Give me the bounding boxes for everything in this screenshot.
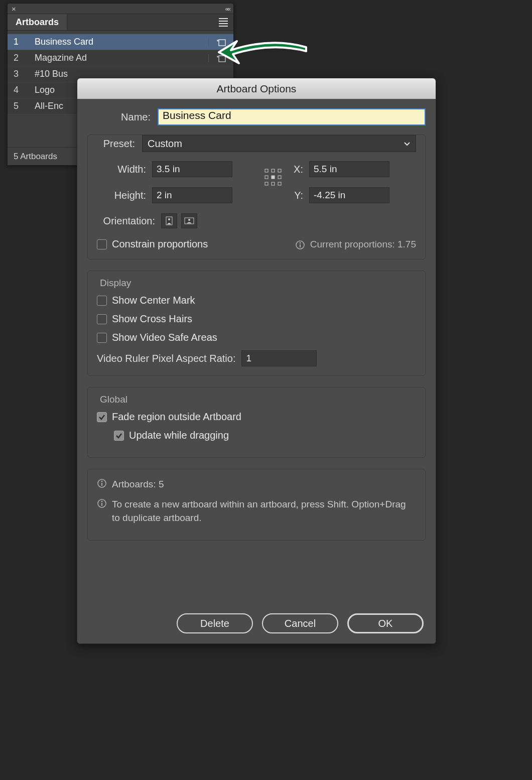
preset-value: Custom bbox=[148, 138, 182, 150]
dialog-button-bar: Delete Cancel OK bbox=[77, 613, 436, 633]
svg-point-22 bbox=[101, 500, 103, 502]
name-field[interactable]: Business Card bbox=[158, 108, 426, 125]
y-field[interactable]: -4.25 in bbox=[309, 187, 389, 203]
svg-rect-20 bbox=[101, 483, 102, 486]
preset-group: Preset: Custom Width: 3.5 in Height: 2 i… bbox=[87, 135, 426, 259]
video-ruler-field[interactable]: 1 bbox=[241, 350, 317, 366]
svg-rect-8 bbox=[265, 182, 268, 185]
orientation-icon[interactable] bbox=[208, 38, 233, 46]
reference-point-widget[interactable] bbox=[264, 168, 282, 186]
constrain-proportions-label: Constrain proportions bbox=[112, 238, 208, 250]
panel-tab-bar: Artboards bbox=[8, 14, 233, 31]
svg-point-16 bbox=[299, 242, 301, 243]
artboard-number: 2 bbox=[8, 53, 35, 63]
artboards-count-text: Artboards: 5 bbox=[112, 477, 164, 491]
show-video-safe-checkbox[interactable] bbox=[97, 333, 107, 343]
display-group: Display Show Center Mark Show Cross Hair… bbox=[87, 271, 426, 376]
show-cross-hairs-checkbox[interactable] bbox=[97, 314, 107, 324]
info-icon bbox=[97, 498, 107, 508]
orientation-icon[interactable] bbox=[208, 54, 233, 62]
x-field[interactable]: 5.5 in bbox=[309, 161, 389, 177]
show-video-safe-label: Show Video Safe Areas bbox=[112, 332, 217, 343]
list-item[interactable]: 2 Magazine Ad bbox=[8, 50, 233, 66]
height-field[interactable]: 2 in bbox=[152, 187, 232, 203]
cancel-button[interactable]: Cancel bbox=[262, 613, 338, 633]
orientation-landscape-button[interactable] bbox=[181, 213, 197, 228]
svg-rect-17 bbox=[300, 244, 301, 247]
info-group: Artboards: 5 To create a new artboard wi… bbox=[87, 469, 426, 541]
panel-top-bar: × «« bbox=[8, 4, 233, 14]
tab-artboards[interactable]: Artboards bbox=[8, 14, 67, 30]
show-center-mark-checkbox[interactable] bbox=[97, 296, 107, 306]
constrain-proportions-checkbox[interactable] bbox=[97, 239, 107, 249]
svg-rect-1 bbox=[219, 56, 225, 62]
global-group: Global Fade region outside Artboard Upda… bbox=[87, 387, 426, 458]
close-icon[interactable]: × bbox=[12, 5, 16, 13]
orientation-label: Orientation: bbox=[97, 215, 161, 227]
info-icon bbox=[97, 478, 107, 488]
collapse-icon[interactable]: «« bbox=[225, 5, 229, 13]
artboard-number: 5 bbox=[8, 101, 35, 111]
svg-rect-10 bbox=[278, 182, 281, 185]
width-field[interactable]: 3.5 in bbox=[152, 161, 232, 177]
height-label: Height: bbox=[97, 190, 152, 201]
svg-rect-0 bbox=[219, 40, 225, 46]
show-cross-hairs-label: Show Cross Hairs bbox=[112, 313, 192, 325]
update-while-dragging-checkbox[interactable] bbox=[114, 431, 124, 441]
preset-dropdown[interactable]: Custom bbox=[142, 135, 416, 152]
svg-point-12 bbox=[168, 218, 170, 220]
ok-button[interactable]: OK bbox=[347, 613, 424, 633]
dialog-title: Artboard Options bbox=[77, 78, 436, 99]
svg-rect-4 bbox=[278, 169, 281, 172]
svg-point-19 bbox=[101, 481, 103, 482]
y-label: Y: bbox=[289, 190, 309, 201]
artboard-name: Business Card bbox=[35, 37, 208, 47]
svg-rect-7 bbox=[278, 176, 281, 179]
svg-rect-23 bbox=[101, 503, 102, 506]
svg-rect-3 bbox=[272, 169, 275, 172]
artboard-number: 3 bbox=[8, 69, 35, 79]
artboard-name: Magazine Ad bbox=[35, 53, 208, 63]
preset-label: Preset: bbox=[97, 138, 142, 150]
name-label: Name: bbox=[87, 111, 158, 123]
svg-rect-5 bbox=[265, 176, 268, 179]
display-legend: Display bbox=[97, 278, 134, 289]
fade-region-checkbox[interactable] bbox=[97, 412, 107, 422]
width-label: Width: bbox=[97, 164, 152, 175]
global-legend: Global bbox=[97, 394, 130, 405]
artboard-number: 1 bbox=[8, 37, 35, 47]
svg-rect-9 bbox=[272, 182, 275, 185]
orientation-portrait-button[interactable] bbox=[161, 213, 177, 228]
fade-region-label: Fade region outside Artboard bbox=[112, 411, 241, 423]
show-center-mark-label: Show Center Mark bbox=[112, 295, 195, 306]
svg-rect-2 bbox=[265, 169, 268, 172]
update-while-dragging-label: Update while dragging bbox=[129, 430, 229, 441]
info-icon bbox=[295, 240, 305, 250]
panel-menu-icon[interactable] bbox=[213, 14, 233, 30]
x-label: X: bbox=[289, 164, 309, 175]
video-ruler-label: Video Ruler Pixel Aspect Ratio: bbox=[97, 353, 241, 364]
list-item[interactable]: 1 Business Card bbox=[8, 34, 233, 50]
chevron-down-icon bbox=[404, 140, 411, 147]
hint-text: To create a new artboard within an artbo… bbox=[112, 497, 416, 525]
svg-point-14 bbox=[188, 219, 190, 221]
delete-button[interactable]: Delete bbox=[177, 613, 253, 633]
svg-rect-6 bbox=[272, 176, 275, 179]
artboard-options-dialog: Artboard Options Name: Business Card Pre… bbox=[77, 78, 436, 644]
current-proportions-text: Current proportions: 1.75 bbox=[310, 239, 416, 250]
artboard-number: 4 bbox=[8, 85, 35, 95]
